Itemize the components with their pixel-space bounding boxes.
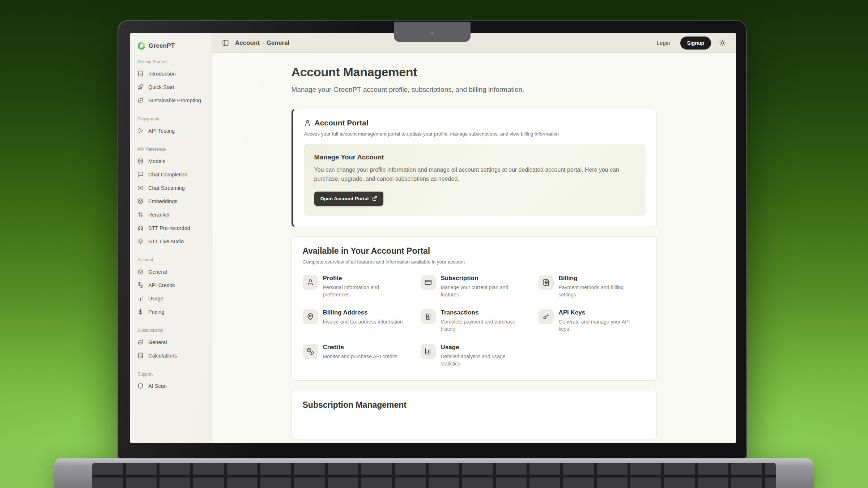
open-account-portal-label: Open Account Portal	[320, 196, 369, 201]
message-square-icon	[137, 171, 144, 177]
feature-description: Invoice and tax address information	[323, 318, 403, 325]
sidebar-item-ai-scan[interactable]: AI Scan	[130, 379, 212, 393]
sidebar-item-models[interactable]: Models	[130, 154, 212, 168]
topbar-actions: Login Signup	[655, 37, 726, 50]
play-icon	[137, 128, 144, 134]
sidebar-section-account: Account General API Credits Usage	[130, 257, 212, 318]
sidebar-item-label: API Testing	[148, 128, 175, 134]
leaf-icon	[137, 97, 144, 103]
sidebar-item-label: STT Live Audio	[148, 239, 184, 244]
sidebar-item-quick-start[interactable]: Quick Start	[130, 80, 212, 94]
feature-title: Billing	[559, 275, 641, 282]
sidebar-item-account-general[interactable]: General	[130, 265, 212, 278]
bar-chart-icon	[421, 344, 436, 359]
webcam-dot	[430, 31, 434, 35]
radio-icon	[137, 185, 144, 191]
sidebar-item-label: General	[148, 269, 167, 275]
cpu-icon	[137, 158, 144, 164]
feature-billing-address: Billing Address Invoice and tax address …	[303, 309, 410, 333]
content-area: Account Management Manage your GreenPT a…	[212, 53, 736, 443]
feature-description: Payment methods and billing settings	[559, 284, 641, 299]
features-card-title: Available in Your Account Portal	[303, 246, 646, 256]
sidebar-item-usage[interactable]: Usage	[130, 292, 212, 305]
map-pin-icon	[303, 309, 318, 324]
sidebar-section-api-reference: API Reference Models Chat Completion Cha…	[130, 147, 212, 248]
sidebar-item-pricing[interactable]: Pricing	[130, 305, 212, 318]
subscription-management-card: Subscription Management	[292, 390, 657, 439]
account-portal-header: Account Portal	[304, 119, 646, 127]
feature-description: Detailed analytics and usage statistics	[441, 353, 523, 368]
sidebar-item-api-credits[interactable]: API Credits	[130, 278, 212, 292]
bar-chart-icon	[137, 295, 144, 301]
section-label: Playground	[130, 116, 212, 121]
section-label: Sustainability	[130, 328, 212, 333]
laptop-keyboard	[92, 463, 776, 488]
receipt-icon	[421, 309, 436, 324]
section-label: API Reference	[130, 147, 212, 152]
user-icon	[304, 120, 311, 127]
page-subtitle: Manage your GreenPT account profile, sub…	[292, 86, 657, 94]
sidebar-item-label: Calculations	[148, 353, 177, 359]
headphones-icon	[137, 225, 144, 231]
feature-subscription: Subscription Manage your current plan an…	[421, 275, 528, 299]
sidebar-toggle-button[interactable]	[222, 39, 229, 46]
sidebar-item-reranker[interactable]: Reranker	[130, 208, 212, 221]
feature-description: Monitor and purchase API credits	[323, 353, 397, 360]
theme-toggle-button[interactable]	[719, 39, 726, 46]
feature-description: Generate and manage your API keys	[559, 318, 641, 333]
brand[interactable]: GreenPT	[130, 42, 212, 50]
sidebar-item-calculations[interactable]: Calculations	[130, 349, 212, 362]
sidebar-item-label: Chat Streaming	[148, 185, 185, 191]
sidebar-section-playground: Playground API Testing	[130, 116, 212, 137]
arrow-up-down-icon	[137, 211, 144, 218]
laptop-notch	[394, 22, 471, 42]
sidebar-item-chat-completion[interactable]: Chat Completion	[130, 168, 212, 181]
sidebar-item-stt-pre-recorded[interactable]: STT Pre-recorded	[130, 221, 212, 235]
calculator-icon	[137, 352, 144, 359]
login-button[interactable]: Login	[655, 39, 672, 46]
sidebar-item-label: Embeddings	[148, 198, 178, 204]
sidebar-item-stt-live-audio[interactable]: STT Live Audio	[130, 235, 212, 248]
sidebar-item-label: Pricing	[148, 309, 164, 315]
sidebar-item-sustainable-prompting[interactable]: Sustainable Prompting	[130, 94, 212, 107]
feature-usage: Usage Detailed analytics and usage stati…	[421, 344, 528, 368]
features-grid: Profile Personal information and prefere…	[303, 275, 646, 368]
panel-left-icon	[222, 39, 229, 46]
sidebar-item-label: Reranker	[148, 212, 170, 218]
sidebar-item-label: Sustainable Prompting	[148, 98, 201, 103]
book-icon	[137, 70, 144, 77]
open-account-portal-button[interactable]: Open Account Portal	[314, 192, 384, 206]
section-label: Account	[130, 257, 212, 262]
sidebar-item-api-testing[interactable]: API Testing	[130, 124, 212, 137]
sidebar-item-sustainability-general[interactable]: General	[130, 335, 212, 349]
feature-profile: Profile Personal information and prefere…	[303, 275, 410, 299]
sidebar-item-embeddings[interactable]: Embeddings	[130, 194, 212, 208]
feature-api-keys: API Keys Generate and manage your API ke…	[539, 309, 646, 333]
coins-icon	[303, 344, 318, 359]
feature-transactions: Transactions Complete payment and purcha…	[421, 309, 528, 333]
main-column: Account – General Login Signup Account M…	[212, 33, 736, 443]
account-portal-description: Access your full account management port…	[304, 131, 646, 137]
sidebar-item-label: Quick Start	[148, 84, 174, 90]
manage-account-body: You can change your profile information …	[314, 166, 625, 184]
sidebar-item-introduction[interactable]: Introduction	[130, 67, 212, 80]
sidebar-section-support: Support AI Scan	[130, 372, 212, 393]
shield-icon	[137, 383, 144, 389]
sidebar-item-label: Introduction	[148, 71, 176, 77]
feature-credits: Credits Monitor and purchase API credits	[303, 344, 410, 368]
coins-icon	[137, 282, 144, 288]
sidebar-item-label: STT Pre-recorded	[148, 225, 190, 231]
sidebar-item-label: Chat Completion	[148, 172, 187, 177]
feature-title: Subscription	[441, 275, 523, 282]
signup-button[interactable]: Signup	[680, 37, 711, 50]
sidebar-item-chat-streaming[interactable]: Chat Streaming	[130, 181, 212, 194]
feature-billing: Billing Payment methods and billing sett…	[539, 275, 646, 299]
laptop-base	[54, 458, 814, 488]
green-ring-logo	[137, 42, 145, 50]
mic-icon	[137, 238, 144, 244]
sidebar-item-label: General	[148, 339, 167, 345]
sidebar-item-label: Models	[148, 158, 165, 164]
feature-description: Personal information and preferences	[323, 284, 405, 299]
external-link-icon	[372, 196, 377, 201]
section-label: Support	[130, 372, 212, 377]
